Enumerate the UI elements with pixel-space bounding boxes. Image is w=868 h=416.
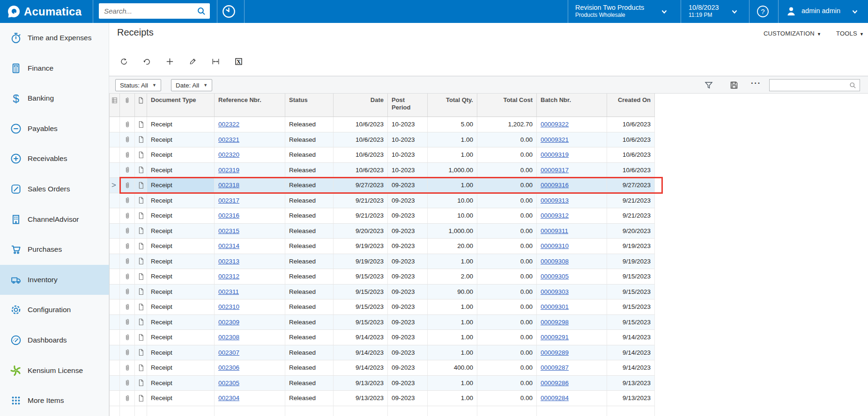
sidebar-item-receivables[interactable]: Receivables — [0, 144, 109, 174]
grid-search-input[interactable] — [769, 79, 860, 91]
file-icon[interactable] — [137, 135, 145, 144]
reference-link[interactable]: 002314 — [218, 242, 239, 249]
date-filter[interactable]: Date: All▼ — [171, 79, 212, 91]
sidebar-item-configuration[interactable]: Configuration — [0, 295, 109, 325]
reference-link[interactable]: 002321 — [218, 136, 239, 143]
column-header-total-qty-[interactable]: Total Qty. — [428, 94, 477, 117]
reference-link[interactable]: 002319 — [218, 167, 239, 174]
reference-link[interactable]: 002308 — [218, 334, 239, 341]
tools-menu[interactable]: TOOLS▼ — [836, 30, 864, 37]
paperclip-icon[interactable] — [123, 135, 132, 144]
sidebar-item-finance[interactable]: Finance — [0, 53, 109, 83]
reference-link[interactable]: 002312 — [218, 273, 239, 280]
reference-link[interactable]: 002316 — [218, 212, 239, 219]
file-icon[interactable] — [137, 287, 145, 296]
paperclip-icon[interactable] — [123, 287, 132, 296]
paperclip-icon[interactable] — [123, 196, 132, 204]
batch-link[interactable]: 00009319 — [541, 151, 569, 158]
user-menu[interactable]: admin admin — [801, 7, 840, 15]
file-icon[interactable] — [137, 348, 145, 357]
grid-row[interactable]: Receipt002320Released10/6/202310-20231.0… — [110, 147, 655, 163]
grid-row[interactable]: Receipt002313Released9/19/202309-20231.0… — [110, 254, 655, 270]
paperclip-icon[interactable] — [123, 303, 132, 311]
batch-link[interactable]: 00009303 — [541, 288, 569, 295]
column-header-status[interactable]: Status — [285, 94, 334, 117]
paperclip-icon[interactable] — [123, 318, 132, 326]
reference-link[interactable]: 002310 — [218, 303, 239, 310]
more-options-button[interactable]: ... — [751, 77, 761, 86]
fit-width-button[interactable] — [204, 57, 227, 66]
grid-row[interactable]: Receipt002307Released9/14/202309-20231.0… — [110, 345, 655, 361]
column-header-date[interactable]: Date — [334, 94, 388, 117]
attachments-header[interactable] — [120, 94, 135, 117]
batch-link[interactable]: 00009289 — [541, 349, 569, 356]
save-filter-icon[interactable] — [729, 80, 739, 90]
batch-link[interactable]: 00009316 — [541, 182, 569, 189]
file-icon[interactable] — [137, 257, 145, 265]
file-icon[interactable] — [137, 196, 145, 204]
paperclip-icon[interactable] — [123, 181, 132, 190]
batch-link[interactable]: 00009321 — [541, 136, 569, 143]
sidebar-item-purchases[interactable]: Purchases — [0, 234, 109, 264]
grid-row[interactable]: Receipt002316Released9/21/202309-202310.… — [110, 208, 655, 224]
batch-link[interactable]: 00009287 — [541, 364, 569, 371]
grid-row[interactable]: Receipt002319Released10/6/202310-20231,0… — [110, 163, 655, 178]
paperclip-icon[interactable] — [123, 226, 132, 235]
status-filter[interactable]: Status: All▼ — [115, 79, 161, 91]
grid-row[interactable]: Receipt002305Released9/13/202309-20231.0… — [110, 376, 655, 391]
file-icon[interactable] — [137, 212, 145, 220]
paperclip-icon[interactable] — [123, 151, 132, 159]
help-icon[interactable]: ? — [757, 5, 769, 18]
grid-row[interactable]: Receipt002312Released9/15/202309-20232.0… — [110, 269, 655, 285]
grid-row[interactable]: Receipt002318Released9/27/202309-20231.0… — [110, 178, 655, 193]
column-header-reference-nbr-[interactable]: Reference Nbr. — [215, 94, 285, 117]
column-header-total-cost[interactable]: Total Cost — [477, 94, 537, 117]
paperclip-icon[interactable] — [123, 242, 132, 250]
reference-link[interactable]: 002318 — [218, 182, 239, 189]
reference-link[interactable]: 002311 — [218, 288, 239, 295]
grid-row[interactable]: Receipt002322Released10/6/202310-20235.0… — [110, 117, 655, 132]
batch-link[interactable]: 00009311 — [541, 227, 568, 234]
undo-button[interactable] — [135, 57, 158, 66]
grid-row[interactable]: Receipt002317Released9/21/202309-202310.… — [110, 193, 655, 209]
reference-link[interactable]: 002320 — [218, 151, 239, 158]
file-icon[interactable] — [137, 272, 145, 281]
grid-row[interactable]: Receipt002311Released9/15/202309-202390.… — [110, 285, 655, 300]
filter-funnel-icon[interactable] — [704, 80, 713, 90]
sidebar-item-payables[interactable]: Payables — [0, 114, 109, 144]
paperclip-icon[interactable] — [123, 364, 132, 372]
column-header-document-type[interactable]: Document Type — [147, 94, 215, 117]
column-header-post-period[interactable]: Post Period — [388, 94, 428, 117]
grid-row[interactable]: Receipt002304Released9/13/202309-20231.0… — [110, 391, 655, 406]
column-header-batch-nbr-[interactable]: Batch Nbr. — [537, 94, 607, 117]
grid-row[interactable]: Receipt002314Released9/19/202309-202320.… — [110, 239, 655, 254]
customization-menu[interactable]: CUSTOMIZATION▼ — [764, 30, 821, 37]
reference-link[interactable]: 002304 — [218, 394, 239, 401]
business-date-clock-icon[interactable] — [222, 4, 236, 19]
grid-row[interactable]: Receipt002308Released9/14/202309-20231.0… — [110, 330, 655, 345]
batch-link[interactable]: 00009312 — [541, 212, 569, 219]
batch-link[interactable]: 00009305 — [541, 273, 569, 280]
acumatica-logo[interactable]: Acumatica — [7, 5, 82, 18]
file-icon[interactable] — [137, 181, 145, 190]
sidebar-item-channeladvisor[interactable]: ChannelAdvisor — [0, 204, 109, 234]
file-icon[interactable] — [137, 318, 145, 326]
reference-link[interactable]: 002313 — [218, 258, 239, 265]
paperclip-icon[interactable] — [123, 348, 132, 357]
batch-link[interactable]: 00009286 — [541, 380, 569, 387]
paperclip-icon[interactable] — [123, 212, 132, 220]
refresh-button[interactable] — [112, 57, 135, 66]
paperclip-icon[interactable] — [123, 394, 132, 402]
batch-link[interactable]: 00009298 — [541, 319, 569, 326]
grid-row[interactable]: Receipt002321Released10/6/202310-20231.0… — [110, 132, 655, 148]
file-icon[interactable] — [137, 226, 145, 235]
batch-link[interactable]: 00009308 — [541, 258, 569, 265]
reference-link[interactable]: 002315 — [218, 227, 239, 234]
reference-link[interactable]: 002322 — [218, 121, 239, 128]
global-search[interactable]: Search... — [99, 3, 210, 19]
company-selector[interactable]: Revision Two Products Products Wholesale — [575, 4, 644, 18]
grid-row[interactable]: Receipt002310Released9/15/202309-20231.0… — [110, 299, 655, 315]
file-icon[interactable] — [137, 120, 145, 129]
batch-link[interactable]: 00009310 — [541, 242, 569, 249]
notes-header[interactable] — [135, 94, 147, 117]
